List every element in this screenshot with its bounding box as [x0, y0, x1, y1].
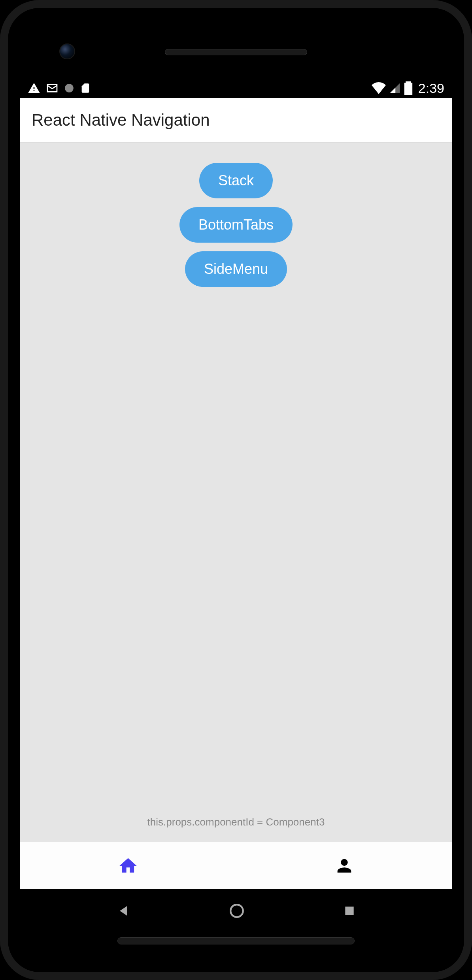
app-title: React Native Navigation: [32, 111, 210, 130]
battery-icon: [404, 81, 413, 95]
camera-lens: [59, 43, 75, 59]
status-right: 2:39: [372, 81, 444, 96]
sd-card-icon: [80, 82, 91, 94]
warning-icon: [28, 82, 40, 94]
app-header: React Native Navigation: [20, 98, 452, 143]
wifi-icon: [372, 82, 386, 94]
bottom-tabs: [20, 842, 452, 889]
svg-point-1: [65, 84, 74, 92]
back-button[interactable]: [116, 904, 130, 918]
profile-tab[interactable]: [236, 842, 452, 889]
component-id-text: this.props.componentId = Component3: [147, 816, 325, 828]
recents-button[interactable]: [343, 905, 356, 917]
app-content: Stack BottomTabs SideMenu this.props.com…: [20, 143, 452, 842]
mail-icon: [46, 82, 59, 94]
status-left: [28, 82, 91, 94]
side-menu-button[interactable]: SideMenu: [185, 251, 287, 287]
svg-rect-3: [345, 906, 353, 915]
status-time: 2:39: [418, 81, 444, 96]
speaker-bottom: [117, 937, 355, 944]
sync-icon: [64, 83, 74, 93]
device-screen: 2:39 React Native Navigation Stack Botto…: [20, 24, 452, 956]
home-button[interactable]: [228, 903, 245, 919]
device-frame: 2:39 React Native Navigation Stack Botto…: [0, 0, 472, 980]
svg-point-2: [230, 905, 243, 917]
person-icon: [334, 856, 355, 876]
status-bar: 2:39: [20, 78, 452, 98]
bottom-tabs-button[interactable]: BottomTabs: [179, 207, 293, 243]
cellular-icon: [389, 82, 401, 94]
stack-button[interactable]: Stack: [199, 163, 273, 198]
home-tab[interactable]: [20, 842, 236, 889]
home-icon: [118, 856, 138, 876]
speaker-top: [165, 49, 307, 55]
android-nav-bar: [20, 889, 452, 933]
